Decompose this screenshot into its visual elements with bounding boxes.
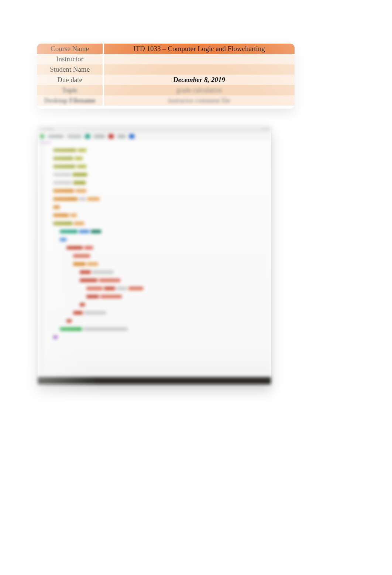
code-line	[47, 195, 267, 203]
ide-gutter	[39, 140, 44, 375]
table-row: Topic grade calculation	[37, 85, 295, 95]
toolbar-icon	[129, 134, 134, 139]
ide-title-left: Code Editor	[40, 127, 54, 131]
stop-icon	[109, 134, 114, 139]
code-token	[53, 173, 71, 176]
code-token	[60, 327, 82, 331]
code-token	[128, 287, 143, 290]
code-token	[84, 311, 106, 314]
code-token	[79, 230, 89, 233]
label-student-name: Student Name	[37, 64, 104, 75]
code-line	[47, 276, 267, 285]
code-token	[80, 271, 91, 274]
label-course-name: Course Name	[37, 44, 104, 54]
code-token	[73, 311, 83, 314]
code-line	[47, 203, 267, 211]
value-topic: grade calculation	[104, 85, 295, 95]
value-due-date: December 8, 2019	[104, 75, 295, 85]
code-line	[47, 325, 267, 333]
table-row: Course Name ITD 1033 – Computer Logic an…	[37, 44, 295, 54]
code-token	[53, 189, 74, 193]
table-row: Instructor	[37, 54, 295, 64]
code-line	[47, 244, 267, 252]
code-token	[86, 295, 99, 298]
code-token	[84, 246, 93, 249]
code-token	[73, 254, 90, 258]
code-token	[77, 165, 86, 168]
code-token	[70, 214, 77, 217]
code-token	[91, 230, 101, 233]
code-token	[60, 230, 78, 233]
code-line	[47, 268, 267, 276]
code-token	[87, 262, 98, 266]
run-icon	[40, 134, 44, 139]
code-token	[75, 157, 83, 160]
label-topic-text: Topic	[62, 86, 78, 94]
code-line	[47, 252, 267, 260]
value-course-name: ITD 1033 – Computer Logic and Flowcharti…	[104, 44, 295, 54]
code-token	[86, 287, 103, 290]
code-token	[66, 319, 72, 323]
code-line	[47, 211, 267, 220]
toolbar-item	[94, 135, 105, 138]
ide-body: Code Editor — □ × Program	[38, 126, 271, 384]
course-info-table: Course Name ITD 1033 – Computer Logic an…	[37, 44, 295, 106]
code-line	[47, 171, 267, 179]
code-token	[78, 149, 86, 152]
code-line	[47, 187, 267, 195]
code-line	[47, 179, 267, 187]
value-instructor	[104, 54, 295, 64]
code-token	[73, 262, 86, 266]
code-token	[87, 197, 100, 201]
ide-toolbar	[38, 132, 271, 140]
code-area	[47, 146, 267, 375]
toolbar-icon	[85, 134, 90, 139]
code-line	[47, 317, 267, 325]
code-line	[47, 285, 267, 293]
due-date-text: December 8, 2019	[173, 76, 225, 84]
label-instructor: Instructor	[37, 54, 104, 64]
ide-screenshot: Code Editor — □ × Program	[38, 126, 271, 384]
code-line	[47, 220, 267, 228]
code-token	[100, 295, 122, 298]
code-line	[47, 154, 267, 163]
value-filename: instructor comment file	[104, 95, 295, 106]
code-token	[53, 181, 72, 184]
code-line	[47, 163, 267, 171]
code-token	[53, 157, 73, 160]
code-token	[74, 222, 84, 225]
code-token	[79, 197, 86, 201]
toolbar-item	[67, 135, 81, 138]
code-token	[99, 279, 120, 282]
code-token	[72, 173, 87, 176]
ide-statusbar	[38, 377, 271, 384]
code-line	[47, 293, 267, 301]
value-student-name	[104, 64, 295, 75]
label-due-date: Due date	[37, 75, 104, 85]
code-token	[53, 336, 58, 339]
ide-tab-label: Program	[40, 140, 51, 144]
code-token	[53, 222, 72, 225]
ide-titlebar: Code Editor — □ ×	[38, 126, 271, 132]
code-token	[104, 287, 115, 290]
code-line	[47, 309, 267, 317]
code-token	[75, 189, 86, 193]
label-filename: Desktop Filename	[37, 95, 104, 106]
value-filename-text: instructor comment file	[168, 97, 230, 105]
code-token	[92, 271, 114, 274]
code-token	[117, 287, 127, 290]
code-token	[73, 181, 86, 184]
code-token	[53, 214, 69, 217]
table-row: Student Name	[37, 64, 295, 75]
code-line	[47, 333, 267, 341]
code-token	[60, 238, 66, 241]
code-line	[47, 260, 267, 268]
code-token	[53, 165, 75, 168]
toolbar-item	[117, 135, 125, 138]
table-row: Due date December 8, 2019	[37, 75, 295, 85]
value-topic-text: grade calculation	[176, 86, 222, 94]
code-token	[80, 279, 97, 282]
code-line	[47, 146, 267, 154]
ide-title-right: — □ ×	[261, 127, 269, 131]
code-token	[53, 149, 76, 152]
